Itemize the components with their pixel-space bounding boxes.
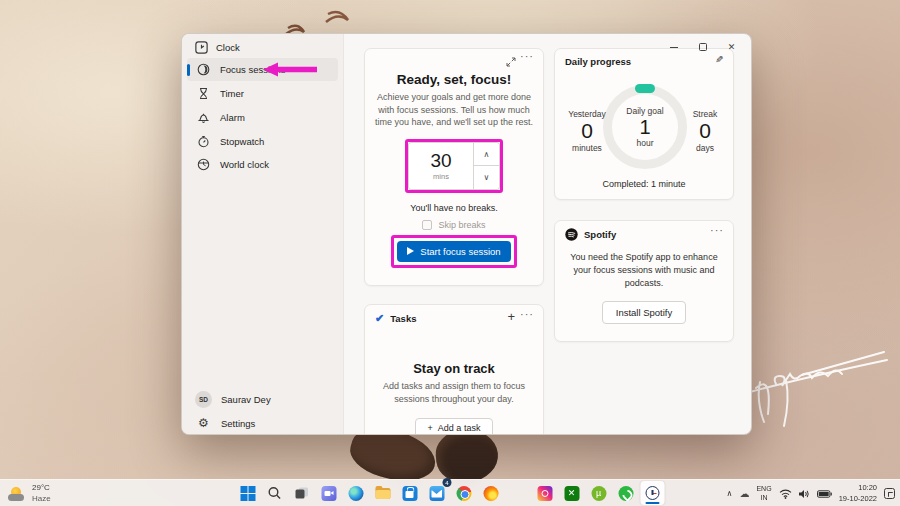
gear-icon: ⚙	[195, 416, 212, 430]
whatsapp-icon	[618, 486, 633, 501]
duration-value: 30	[430, 151, 451, 170]
daily-goal-value: 1	[639, 116, 650, 138]
system-tray: ∧ ☁ ENG IN 10:20 19-10-2022	[727, 480, 895, 506]
sidebar-item-world-clock[interactable]: World clock	[187, 153, 338, 176]
notification-center-icon[interactable]	[884, 488, 895, 499]
mail-badge: 4	[443, 478, 452, 487]
start-focus-session-button[interactable]: Start focus session	[397, 241, 510, 262]
start-button-label: Start focus session	[420, 246, 500, 257]
instagram-icon	[537, 486, 552, 501]
search-button[interactable]	[263, 481, 287, 505]
edge-button[interactable]	[344, 481, 368, 505]
clock-app-window: Clock ✕ Focus sessions Timer	[181, 33, 752, 435]
task-view-icon	[294, 486, 309, 500]
tasks-more-icon[interactable]: ···	[520, 308, 534, 320]
add-a-task-button[interactable]: + Add a task	[415, 418, 494, 435]
language-line1: ENG	[756, 485, 771, 492]
display-app-button[interactable]	[506, 481, 530, 505]
sidebar-item-stopwatch[interactable]: Stopwatch	[187, 130, 338, 153]
breaks-note: You'll have no breaks.	[365, 203, 543, 213]
spotify-card: Spotify ··· You need the Spotify app to …	[554, 220, 734, 342]
streak-label: Streak	[679, 109, 731, 119]
mail-button[interactable]: 4	[425, 481, 449, 505]
daily-progress-header: Daily progress	[565, 56, 631, 67]
tray-date: 19-10-2022	[839, 494, 877, 503]
taskbar-icons: 4 µ	[236, 481, 665, 505]
stopwatch-icon	[197, 135, 210, 148]
tray-overflow-chevron-icon[interactable]: ∧	[727, 489, 733, 498]
window-title-area: Clock	[195, 41, 240, 54]
close-button[interactable]: ✕	[717, 37, 746, 57]
onedrive-cloud-icon[interactable]: ☁	[739, 488, 749, 499]
annotation-arrow	[263, 62, 317, 77]
tray-clock[interactable]: 10:20 19-10-2022	[839, 483, 877, 503]
duration-stepper[interactable]: 30 mins ∧ ∨	[408, 142, 500, 190]
tasks-description: Add tasks and assign them to focus sessi…	[374, 380, 534, 405]
spotify-card-header: Spotify	[565, 228, 616, 241]
chat-button[interactable]	[317, 481, 341, 505]
spotify-more-icon[interactable]: ···	[710, 224, 724, 236]
install-spotify-button[interactable]: Install Spotify	[602, 301, 687, 324]
duration-highlight-annotation: 30 mins ∧ ∨	[405, 139, 503, 193]
maximize-button[interactable]	[688, 37, 717, 57]
yesterday-label: Yesterday	[561, 109, 613, 119]
utorrent-icon: µ	[591, 486, 606, 501]
wifi-icon[interactable]	[779, 489, 792, 499]
language-indicator[interactable]: ENG IN	[756, 485, 771, 502]
firefox-button[interactable]	[479, 481, 503, 505]
streak-unit: days	[679, 143, 731, 153]
task-view-button[interactable]	[290, 481, 314, 505]
plus-icon: +	[428, 423, 433, 433]
daily-goal-label: Daily goal	[626, 106, 663, 116]
user-avatar: SD	[195, 391, 212, 408]
spotify-description: You need the Spotify app to enhance your…	[565, 251, 723, 290]
focus-session-card: ··· Ready, set, focus! Achieve your goal…	[364, 48, 544, 286]
weather-widget[interactable]: 29°C Haze	[8, 480, 51, 506]
utorrent-button[interactable]: µ	[587, 481, 611, 505]
tasks-card-header: ✔ Tasks	[375, 312, 416, 325]
sidebar-item-alarm[interactable]: Alarm	[187, 106, 338, 129]
expand-icon[interactable]	[506, 57, 516, 67]
weather-icon	[8, 487, 26, 501]
skip-breaks-label: Skip breaks	[438, 220, 485, 230]
streak-stat: Streak 0 days	[679, 109, 731, 153]
yesterday-stat: Yesterday 0 minutes	[561, 109, 613, 153]
focus-card-description: Achieve your goals and get more done wit…	[371, 91, 537, 129]
wallpaper-shoe-right	[433, 427, 500, 485]
tasks-header-label: Tasks	[390, 313, 416, 324]
decrease-duration-button[interactable]: ∨	[474, 165, 499, 189]
focus-more-icon[interactable]: ···	[520, 50, 534, 62]
sidebar: Focus sessions Timer Alarm Stopwatch	[182, 34, 344, 434]
firefox-icon	[483, 486, 498, 501]
sidebar-item-label: Timer	[220, 88, 244, 99]
start-button[interactable]	[236, 481, 260, 505]
spotify-header-label: Spotify	[584, 229, 616, 240]
increase-duration-button[interactable]: ∧	[474, 143, 499, 166]
clock-app-taskbar-button[interactable]	[641, 481, 665, 505]
volume-icon[interactable]	[799, 489, 810, 499]
battery-icon[interactable]	[817, 490, 832, 498]
tasks-check-icon: ✔	[375, 312, 384, 325]
chrome-button[interactable]	[452, 481, 476, 505]
duration-value-area: 30 mins	[409, 143, 473, 189]
skip-breaks-checkbox[interactable]	[422, 220, 432, 230]
mail-icon	[429, 486, 444, 501]
focus-sessions-icon	[197, 63, 210, 76]
file-explorer-button[interactable]	[371, 481, 395, 505]
whatsapp-button[interactable]	[614, 481, 638, 505]
microsoft-store-icon	[402, 486, 417, 501]
stepper-buttons: ∧ ∨	[473, 143, 499, 189]
display-icon	[510, 487, 525, 500]
streak-value: 0	[679, 119, 731, 143]
add-task-plus-icon[interactable]: +	[507, 309, 515, 324]
sidebar-user-account[interactable]: SD Saurav Dey	[187, 387, 338, 411]
daily-goal-progress-ring: Daily goal 1 hour	[603, 85, 687, 169]
sidebar-item-timer[interactable]: Timer	[187, 82, 338, 105]
xbox-button[interactable]	[560, 481, 584, 505]
microsoft-store-button[interactable]	[398, 481, 422, 505]
sidebar-item-settings[interactable]: ⚙ Settings	[187, 411, 338, 435]
instagram-button[interactable]	[533, 481, 557, 505]
weather-condition: Haze	[32, 494, 51, 504]
skip-breaks-row[interactable]: Skip breaks	[365, 220, 543, 230]
minimize-button[interactable]	[659, 37, 688, 57]
